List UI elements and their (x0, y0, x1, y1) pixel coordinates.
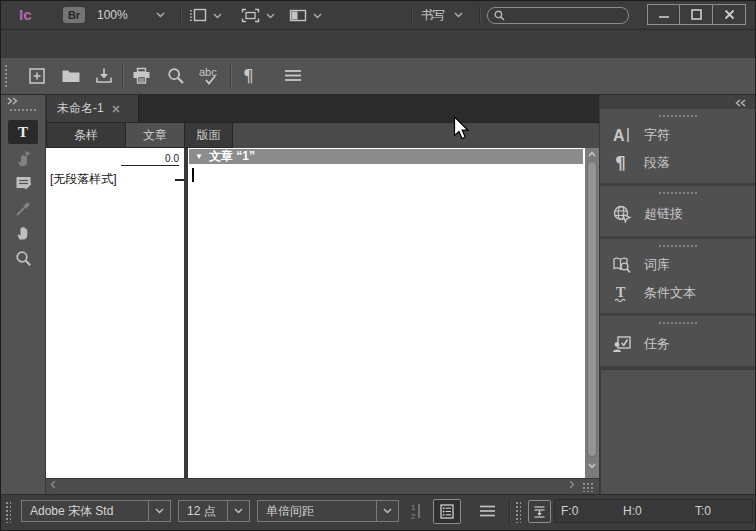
svg-text:2: 2 (411, 512, 416, 521)
svg-text:¶: ¶ (243, 66, 254, 86)
zoom-tool[interactable] (8, 246, 38, 270)
tab-galley[interactable]: 条样 (46, 123, 126, 148)
position-tool[interactable] (8, 147, 38, 171)
copyfit-drag-handle[interactable] (515, 501, 521, 523)
chevron-down-icon[interactable] (227, 501, 249, 521)
tab-layout[interactable]: 版面 (185, 123, 233, 148)
toolbar-separator (122, 64, 124, 88)
open-folder-button[interactable] (61, 68, 81, 84)
font-family-select[interactable]: Adobe 宋体 Std (21, 500, 171, 522)
chevron-down-icon (454, 12, 463, 18)
titlebar-separator (180, 7, 182, 23)
type-tool[interactable]: T (8, 120, 38, 144)
paragraph-icon: ¶ (612, 154, 632, 172)
panel-button-hyperlinks[interactable]: 超链接 (600, 198, 755, 230)
close-tab-icon[interactable] (112, 105, 120, 113)
zoom-level-dropdown[interactable]: 100% (97, 1, 165, 29)
copyfit-info-icon[interactable] (528, 500, 551, 523)
toolbar-drag-handle[interactable] (4, 64, 9, 89)
panel-drag-handle[interactable] (658, 321, 698, 326)
mouse-cursor (453, 116, 471, 142)
dock-header (600, 95, 755, 109)
chevron-down-icon (266, 13, 275, 19)
leading-value: 单倍间距 (258, 503, 376, 520)
panel-dock: A 字符 ¶ 段落 (599, 95, 755, 494)
scroll-down-icon[interactable] (588, 463, 596, 469)
chevron-down-icon[interactable] (148, 501, 170, 521)
panel-drag-handle[interactable] (658, 114, 698, 119)
leading-select[interactable]: 单倍间距 (257, 500, 399, 522)
story-text-area[interactable]: ▼ 文章 “1” (188, 148, 585, 478)
eyedropper-tool[interactable] (8, 196, 38, 220)
hand-tool[interactable] (8, 221, 38, 245)
workspace-switcher[interactable]: 书写 (421, 1, 463, 29)
screen-mode-dropdown[interactable] (241, 8, 275, 23)
panel-button-conditional-text[interactable]: T 条件文本 (600, 279, 755, 307)
vertical-scrollbar[interactable] (585, 148, 599, 478)
story-header[interactable]: ▼ 文章 “1” (189, 149, 583, 164)
spell-check-button[interactable]: abc (198, 66, 224, 87)
statusbar-menu-button[interactable] (479, 505, 496, 517)
scroll-left-icon[interactable] (50, 480, 56, 489)
chevron-down-icon[interactable] (376, 501, 398, 521)
story-editor: 0.0 [无段落样式] ▼ 文章 “1” (46, 148, 599, 478)
document-area: 未命名-1 条样 文章 版面 0.0 [无段落样式] ▼ (46, 95, 599, 494)
thesaurus-icon (612, 256, 632, 275)
panel-button-thesaurus[interactable]: 词库 (600, 251, 755, 279)
resize-grip[interactable] (582, 482, 594, 492)
scroll-right-icon[interactable] (569, 480, 575, 489)
search-icon (494, 10, 505, 21)
collapse-triangle-icon[interactable]: ▼ (195, 152, 203, 161)
statusbar-drag-handle[interactable] (5, 501, 11, 523)
svg-text:¶: ¶ (615, 154, 626, 172)
tools-drag-handle[interactable] (9, 108, 38, 113)
chevron-down-icon (313, 13, 322, 19)
titlebar-separator (411, 7, 413, 23)
bridge-button[interactable]: Br (63, 7, 85, 23)
new-document-button[interactable] (28, 67, 46, 85)
minimize-button[interactable] (647, 4, 680, 25)
titlebar-separator (479, 7, 481, 23)
search-input[interactable] (509, 10, 613, 22)
story-editor-view-toggle[interactable] (433, 499, 461, 524)
depth-ruler-value: 0.0 (121, 153, 179, 166)
collapse-dock-icon[interactable] (735, 99, 747, 107)
panel-drag-handle[interactable] (658, 191, 698, 196)
horizontal-scrollbar[interactable] (46, 478, 599, 494)
line-numbers-toggle[interactable]: 12 (410, 501, 426, 521)
dock-group-reference: 词库 T 条件文本 (600, 239, 755, 313)
maximize-button[interactable] (680, 4, 713, 25)
workspace-area: T (1, 95, 755, 494)
search-button[interactable] (167, 67, 185, 85)
close-button[interactable] (713, 4, 746, 25)
character-icon: A (612, 126, 632, 144)
line-tick (175, 179, 184, 181)
toolbar-menu-button[interactable] (284, 69, 302, 82)
tab-story[interactable]: 文章 (126, 123, 185, 148)
font-family-value: Adobe 宋体 Std (22, 503, 148, 520)
expand-panel-icon[interactable] (7, 97, 19, 105)
font-size-select[interactable]: 12 点 (178, 500, 250, 522)
scroll-up-icon[interactable] (588, 151, 596, 157)
print-button[interactable] (132, 67, 151, 85)
panel-button-character[interactable]: A 字符 (600, 121, 755, 149)
show-hidden-characters-button[interactable]: ¶ (241, 66, 257, 86)
hyperlinks-icon (612, 204, 632, 224)
view-tab-bar: 条样 文章 版面 (46, 122, 599, 148)
title-bar: Ic Br 100% (1, 1, 755, 30)
tools-panel: T (1, 95, 46, 494)
panel-button-paragraph[interactable]: ¶ 段落 (600, 149, 755, 177)
document-tab-bar: 未命名-1 (46, 95, 599, 122)
save-content-button[interactable] (95, 67, 113, 85)
search-box[interactable] (487, 7, 629, 24)
text-insertion-caret (192, 168, 194, 182)
svg-text:T: T (616, 285, 626, 300)
panel-drag-handle[interactable] (658, 244, 698, 249)
arrange-documents-dropdown[interactable] (289, 8, 322, 23)
document-tab[interactable]: 未命名-1 (47, 95, 139, 122)
panel-button-assignments[interactable]: 任务 (600, 328, 755, 360)
note-tool[interactable] (8, 171, 38, 195)
copyfit-counts-field: F:0 H:0 T:0 (554, 499, 753, 523)
vertical-scroll-thumb[interactable] (587, 161, 597, 457)
view-options-dropdown[interactable] (189, 8, 222, 23)
